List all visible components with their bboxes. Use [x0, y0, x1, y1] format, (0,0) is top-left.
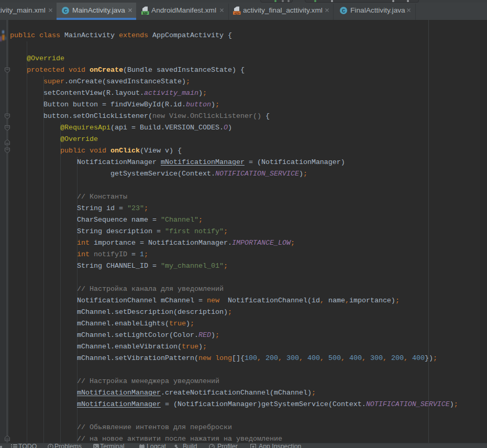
- svg-text:MF: MF: [142, 12, 148, 15]
- svg-text:</>: </>: [234, 12, 239, 15]
- svg-text:C: C: [342, 8, 346, 14]
- svg-text:C: C: [64, 8, 68, 14]
